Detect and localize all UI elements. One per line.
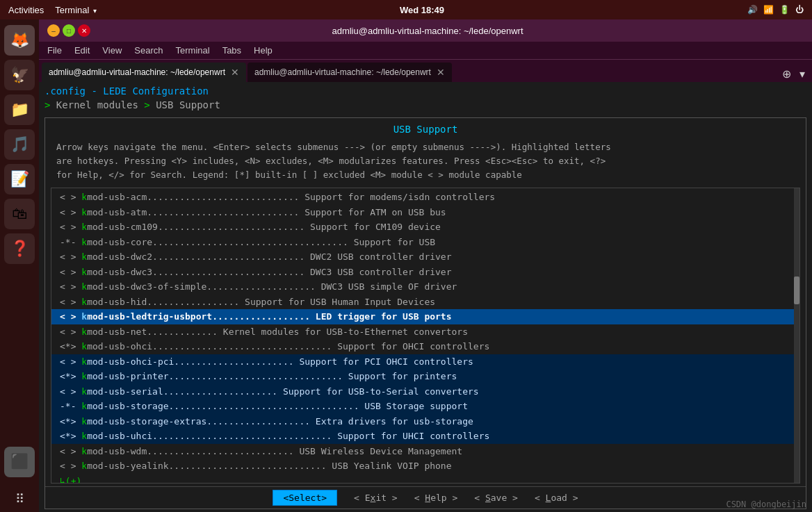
menu-view[interactable]: View [97, 44, 127, 57]
help-line3: for Help, </> for Search. Legend: [*] bu… [56, 168, 795, 182]
config-frame: USB Support Arrow keys navigate the menu… [44, 117, 806, 509]
list-item[interactable]: < > kmod-usb-dwc2.......................… [51, 249, 799, 265]
list-item[interactable]: <*> kmod-usb-printer....................… [51, 369, 799, 384]
tab-1-close[interactable]: ✕ [231, 67, 239, 78]
terminal-app-name: Terminal [55, 5, 89, 15]
help-line2: are hotkeys. Pressing <Y> includes, <N> … [56, 154, 795, 168]
left-dock: 🦊 🦅 📁 🎵 📝 🛍 ❓ ⬛ ⠿ [0, 19, 39, 512]
module-list-inner: < > kmod-usb-acm........................… [51, 188, 799, 484]
menu-bar: File Edit View Search Terminal Tabs Help [39, 42, 812, 60]
list-item[interactable]: < > kmod-usb-net............. Kernel mod… [51, 324, 799, 340]
list-item[interactable]: < > kmod-usb-dwc3.......................… [51, 265, 799, 280]
menu-help[interactable]: Help [248, 44, 278, 57]
tab-2-label: admliu@admliu-virtual-machine: ~/lede/op… [254, 67, 431, 77]
exit-button-label[interactable]: < Exit > [354, 493, 398, 503]
menu-terminal[interactable]: Terminal [170, 44, 216, 57]
system-bar-right: 🔊 📶 🔋 ⏻ [747, 5, 804, 15]
window-controls: – □ ✕ [44, 24, 90, 37]
menu-edit[interactable]: Edit [69, 44, 95, 57]
tabs-bar: admliu@admliu-virtual-machine: ~/lede/op… [39, 60, 812, 82]
module-list[interactable]: < > kmod-usb-acm........................… [51, 188, 800, 484]
csdn-watermark: CSDN @dongbeijin [726, 499, 806, 509]
scrollbar[interactable] [794, 188, 799, 483]
new-tab-button[interactable]: ⊕ [778, 66, 795, 82]
list-item[interactable]: <*> kmod-usb-storage-extras.............… [51, 414, 799, 429]
list-item[interactable]: < > kmod-usb-serial.....................… [51, 384, 799, 399]
system-bar-left: Activities Terminal ▾ [8, 5, 97, 15]
terminal-app-label[interactable]: Terminal ▾ [55, 5, 97, 15]
close-button[interactable]: ✕ [78, 24, 90, 37]
show-apps-icon[interactable]: ⠿ [15, 491, 24, 506]
menu-tabs[interactable]: Tabs [217, 44, 247, 57]
tab-1[interactable]: admliu@admliu-virtual-machine: ~/lede/op… [42, 63, 246, 82]
config-title: USB Support [45, 118, 806, 138]
help-button-label[interactable]: < Help > [414, 493, 458, 503]
list-item[interactable]: <*> kmod-usb-ohci.......................… [51, 339, 799, 354]
firefox-dock-icon[interactable]: 🦊 [4, 25, 35, 56]
terminal-titlebar: – □ ✕ admliu@admliu-virtual-machine: ~/l… [39, 19, 812, 42]
list-item[interactable]: -*- kmod-usb-storage....................… [51, 399, 799, 414]
list-item[interactable]: < > kmod-usb-ohci-pci...................… [51, 354, 799, 370]
list-item[interactable]: < > kmod-usb-atm........................… [51, 205, 799, 220]
list-item[interactable]: <*> kmod-usb-uhci.......................… [51, 429, 799, 444]
power-icon[interactable]: ⏻ [795, 5, 804, 15]
files-dock-icon[interactable]: 📁 [4, 94, 35, 125]
select-button[interactable]: <Select> [273, 490, 337, 506]
network-icon[interactable]: 📶 [763, 5, 774, 15]
thunderbird-dock-icon[interactable]: 🦅 [4, 60, 35, 90]
help-line1: Arrow keys navigate the menu. <Enter> se… [56, 140, 795, 154]
volume-icon[interactable]: 🔊 [747, 5, 758, 15]
tab-menu-button[interactable]: ▾ [795, 66, 809, 82]
text-editor-dock-icon[interactable]: 📝 [4, 164, 35, 195]
bottom-buttons: <Select> < Exit > < Help > < Save > < Lo… [45, 486, 806, 509]
scrollbar-thumb[interactable] [794, 276, 799, 304]
terminal-title: admliu@admliu-virtual-machine: ~/lede/op… [90, 26, 765, 36]
list-item[interactable]: < > kmod-usb-dwc3-of-simple.............… [51, 279, 799, 295]
tab-2-close[interactable]: ✕ [437, 67, 445, 78]
list-item[interactable]: < > kmod-usb-yealink....................… [51, 459, 799, 474]
list-item-plus: ↳(+) [51, 474, 799, 484]
config-header: .config - LEDE Configuration > Kernel mo… [39, 82, 812, 115]
help-dock-icon[interactable]: ❓ [4, 233, 35, 264]
system-bar: Activities Terminal ▾ Wed 18:49 🔊 📶 🔋 ⏻ [0, 0, 812, 19]
terminal-window: – □ ✕ admliu@admliu-virtual-machine: ~/l… [39, 19, 812, 512]
list-item-selected[interactable]: < > kmod-usb-ledtrig-usbport............… [51, 309, 799, 324]
load-button-label[interactable]: < Load > [535, 493, 578, 503]
terminal-chevron: ▾ [93, 7, 97, 15]
tab-2[interactable]: admliu@admliu-virtual-machine: ~/lede/op… [247, 63, 452, 82]
terminal-dock-icon[interactable]: ⬛ [4, 447, 35, 477]
tab-1-label: admliu@admliu-virtual-machine: ~/lede/op… [49, 67, 225, 77]
list-item[interactable]: < > kmod-usb-hid................. Suppor… [51, 295, 799, 310]
software-dock-icon[interactable]: 🛍 [4, 199, 35, 229]
list-item[interactable]: -*- kmod-usb-core.......................… [51, 235, 799, 250]
breadcrumb-line1: .config - LEDE Configuration [44, 85, 806, 99]
breadcrumb-line2: > Kernel modules > USB Support [44, 99, 806, 113]
battery-icon[interactable]: 🔋 [779, 5, 790, 15]
menu-search[interactable]: Search [129, 44, 168, 57]
minimize-button[interactable]: – [47, 24, 60, 37]
list-item[interactable]: < > kmod-usb-acm........................… [51, 190, 799, 205]
list-item[interactable]: < > kmod-usb-cm109......................… [51, 220, 799, 235]
terminal-content: .config - LEDE Configuration > Kernel mo… [39, 82, 812, 512]
save-button-label[interactable]: < Save > [474, 493, 518, 503]
media-dock-icon[interactable]: 🎵 [4, 129, 35, 160]
list-item[interactable]: < > kmod-usb-wdm........................… [51, 444, 799, 459]
maximize-button[interactable]: □ [63, 24, 75, 37]
system-bar-clock: Wed 18:49 [400, 5, 444, 15]
activities-button[interactable]: Activities [8, 5, 44, 15]
menu-file[interactable]: File [42, 44, 67, 57]
help-text: Arrow keys navigate the menu. <Enter> se… [45, 138, 806, 185]
